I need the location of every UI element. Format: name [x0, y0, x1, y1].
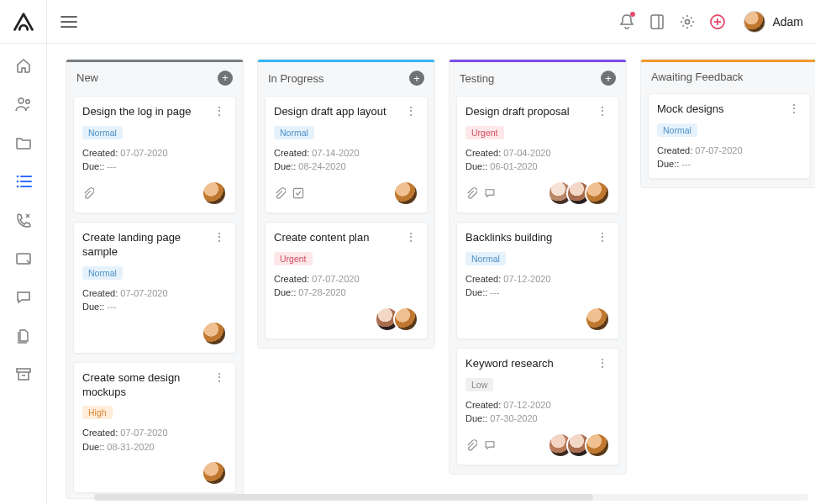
board-columns[interactable]: New+Design the log in page⋮NormalCreated…: [47, 44, 815, 504]
meta-due-label: Due::: [465, 413, 487, 423]
meta-created-value: 07-07-2020: [120, 288, 167, 298]
user-menu[interactable]: Adam: [744, 11, 803, 33]
avatar: [393, 181, 418, 206]
card-meta: Created: 07-07-2020Due:: 07-28-2020: [274, 272, 418, 300]
column-testing: Testing+Design draft proposal⋮UrgentCrea…: [449, 59, 627, 475]
card-title[interactable]: Create landing page sample: [82, 231, 212, 260]
svg-rect-18: [17, 369, 30, 372]
meta-created-label: Created:: [465, 274, 501, 284]
avatar: [585, 181, 610, 206]
svg-point-11: [16, 176, 18, 178]
task-card[interactable]: Create landing page sample⋮NormalCreated…: [73, 222, 236, 354]
card-title[interactable]: Design draft proposal: [465, 105, 595, 119]
meta-due-label: Due::: [274, 287, 296, 297]
card-menu-icon[interactable]: ⋮: [212, 231, 227, 243]
card-title[interactable]: Create content plan: [274, 231, 403, 245]
assignee-avatars[interactable]: [202, 181, 227, 206]
card-menu-icon[interactable]: ⋮: [212, 105, 227, 117]
brand-logo[interactable]: [0, 0, 47, 44]
card-menu-icon[interactable]: ⋮: [403, 105, 418, 117]
meta-due-value: 07-30-2020: [490, 413, 537, 423]
nav-files-icon[interactable]: [13, 326, 34, 346]
nav-card-icon[interactable]: [13, 249, 34, 269]
task-card[interactable]: Backlinks building⋮NormalCreated: 07-12-…: [456, 222, 619, 339]
assignee-avatars[interactable]: [375, 307, 418, 332]
assignee-avatars[interactable]: [548, 181, 610, 206]
column-cards: Design draft app layout⋮NormalCreated: 0…: [258, 96, 434, 348]
meta-due-label: Due::: [82, 302, 104, 312]
svg-point-15: [16, 186, 18, 188]
nav-folder-icon[interactable]: [13, 133, 34, 153]
task-card[interactable]: Mock designs⋮NormalCreated: 07-07-2020Du…: [648, 93, 811, 179]
task-card[interactable]: Design draft app layout⋮NormalCreated: 0…: [265, 96, 428, 213]
nav-call-icon[interactable]: [13, 210, 34, 230]
nav-archive-icon[interactable]: [13, 365, 34, 385]
meta-due-label: Due::: [465, 287, 487, 297]
card-footer: [465, 181, 610, 206]
card-menu-icon[interactable]: ⋮: [595, 231, 610, 243]
meta-due-label: Due::: [657, 159, 679, 169]
card-menu-icon[interactable]: ⋮: [595, 357, 610, 369]
column-cards: Design draft proposal⋮UrgentCreated: 07-…: [450, 96, 626, 474]
assignee-avatars[interactable]: [393, 181, 418, 206]
panel-icon[interactable]: [648, 13, 666, 31]
assignee-avatars[interactable]: [585, 307, 610, 332]
card-title[interactable]: Mock designs: [657, 102, 786, 117]
card-meta: Created: 07-07-2020Due:: 08-31-2020: [82, 426, 227, 454]
card-menu-icon[interactable]: ⋮: [212, 371, 227, 383]
card-meta: Created: 07-07-2020Due:: ---: [82, 146, 227, 174]
card-meta: Created: 07-12-2020Due:: ---: [465, 272, 610, 300]
add-button[interactable]: [708, 13, 727, 31]
comment-icon: [484, 439, 496, 451]
menu-toggle-icon[interactable]: [60, 15, 77, 29]
column-add-button[interactable]: +: [409, 71, 424, 86]
card-title[interactable]: Create some design mockups: [82, 371, 212, 400]
assignee-avatars[interactable]: [202, 321, 227, 346]
meta-created-label: Created:: [657, 145, 692, 155]
comment-icon: [484, 187, 496, 199]
meta-due-value: ---: [107, 161, 116, 171]
column-header: New+: [66, 62, 243, 96]
priority-badge: Normal: [82, 266, 123, 280]
card-title[interactable]: Keyword research: [465, 357, 595, 371]
settings-icon[interactable]: [678, 13, 697, 31]
column-add-button[interactable]: +: [218, 71, 233, 86]
assignee-avatars[interactable]: [548, 433, 610, 458]
svg-point-10: [25, 100, 29, 104]
column-header: Awaiting Feedback: [641, 62, 815, 93]
check-icon: [292, 187, 304, 199]
attach-icon: [274, 187, 286, 199]
task-card[interactable]: Keyword research⋮LowCreated: 07-12-2020D…: [456, 348, 619, 465]
task-card[interactable]: Create content plan⋮UrgentCreated: 07-07…: [265, 222, 428, 339]
task-card[interactable]: Design the log in page⋮NormalCreated: 07…: [73, 96, 236, 213]
meta-created-label: Created:: [465, 400, 501, 410]
meta-due-label: Due::: [274, 161, 296, 171]
meta-created-value: 07-07-2020: [120, 428, 167, 438]
card-title[interactable]: Design the log in page: [82, 105, 212, 119]
nav-chat-icon[interactable]: [13, 287, 34, 307]
card-menu-icon[interactable]: ⋮: [403, 231, 418, 243]
card-meta: Created: 07-14-2020Due:: 08-24-2020: [274, 146, 418, 174]
column-awaiting: Awaiting FeedbackMock designs⋮NormalCrea…: [640, 59, 815, 188]
assignee-avatars[interactable]: [202, 460, 227, 486]
task-card[interactable]: Design draft proposal⋮UrgentCreated: 07-…: [456, 96, 619, 213]
card-menu-icon[interactable]: ⋮: [595, 105, 610, 117]
task-card[interactable]: Create some design mockups⋮HighCreated: …: [73, 362, 236, 494]
card-title[interactable]: Backlinks building: [465, 231, 595, 245]
notifications-icon[interactable]: [618, 13, 636, 31]
horizontal-scrollbar-thumb[interactable]: [94, 494, 593, 501]
avatar: [202, 460, 227, 486]
card-menu-icon[interactable]: ⋮: [786, 102, 802, 114]
nav-home-icon[interactable]: [13, 55, 34, 76]
meta-created-label: Created:: [82, 148, 118, 158]
board-area: New+Design the log in page⋮NormalCreated…: [47, 44, 815, 504]
nav-people-icon[interactable]: [13, 94, 34, 114]
nav-list-icon[interactable]: [13, 171, 34, 192]
svg-rect-3: [651, 15, 663, 29]
meta-created-label: Created:: [274, 148, 309, 158]
meta-created-label: Created:: [82, 288, 118, 298]
meta-created-label: Created:: [82, 428, 118, 438]
card-footer: [274, 181, 418, 206]
column-add-button[interactable]: +: [601, 71, 616, 86]
card-title[interactable]: Design draft app layout: [274, 105, 403, 119]
